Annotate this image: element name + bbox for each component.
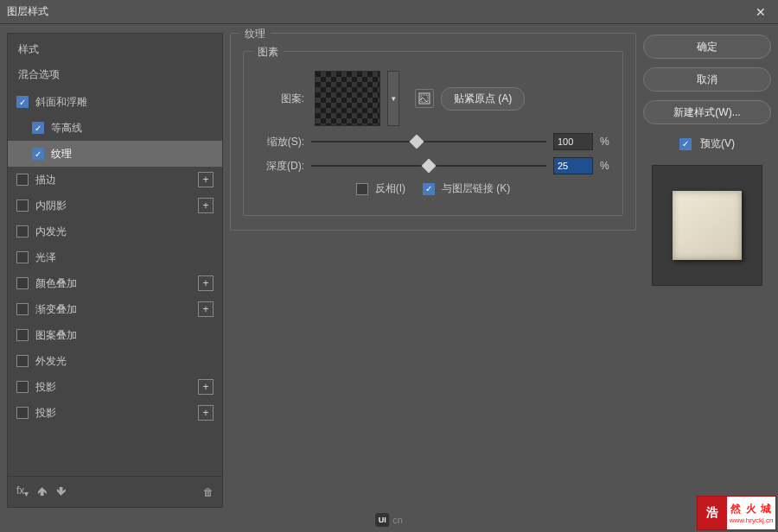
styles-footer: fx▾ 🡹 🡻 🗑 [8,476,222,507]
style-item-label: 等高线 [51,121,214,136]
fx-icon[interactable]: fx▾ [16,484,29,498]
style-item[interactable]: 描边+ [8,167,222,193]
preview-box [652,165,762,286]
style-checkbox[interactable] [16,303,29,315]
style-item-label: 颜色叠加 [35,276,198,291]
snap-origin-icon[interactable] [415,89,434,108]
pattern-thumbnail[interactable] [315,71,380,126]
add-effect-icon[interactable]: + [198,172,214,187]
styles-header: 样式 [8,34,222,62]
ok-button[interactable]: 确定 [643,35,771,59]
style-checkbox[interactable] [16,225,29,238]
add-effect-icon[interactable]: + [198,276,214,291]
scale-slider[interactable] [311,135,546,149]
style-item-label: 纹理 [51,147,214,162]
options-row: 反相(I) 与图层链接 (K) [254,181,612,196]
percent-unit: % [600,136,612,148]
style-item[interactable]: 纹理 [8,141,222,167]
style-item-label: 图案叠加 [35,328,214,343]
style-item[interactable]: 等高线 [8,115,222,141]
preview-checkbox[interactable] [679,138,692,150]
invert-checkbox[interactable] [356,183,368,195]
elements-title: 图素 [252,45,284,60]
pattern-dropdown-icon[interactable]: ▾ [387,71,399,126]
style-item-label: 内阴影 [35,199,198,213]
add-effect-icon[interactable]: + [198,379,214,395]
action-panel: 确定 取消 新建样式(W)... 预览(V) [643,33,771,508]
main-area: 样式 混合选项 斜面和浮雕等高线纹理描边+内阴影+内发光光泽颜色叠加+渐变叠加+… [0,24,778,508]
style-item[interactable]: 内阴影+ [8,193,222,218]
invert-label: 反相(I) [375,181,405,196]
style-checkbox[interactable] [16,251,29,263]
depth-value[interactable]: 25 [553,157,593,174]
style-item-label: 渐变叠加 [35,302,198,317]
add-effect-icon[interactable]: + [198,405,214,421]
style-checkbox[interactable] [16,277,29,289]
window-title: 图层样式 [7,4,750,19]
style-item[interactable]: 内发光 [8,218,222,244]
style-item-label: 内发光 [35,225,214,239]
depth-label: 深度(D): [254,159,304,174]
settings-panel: 纹理 图素 图案: ▾ 贴紧原点 (A) 缩放(S): [230,33,636,508]
title-bar: 图层样式 ✕ [0,0,778,24]
style-item[interactable]: 斜面和浮雕 [8,89,222,115]
styles-panel: 样式 混合选项 斜面和浮雕等高线纹理描边+内阴影+内发光光泽颜色叠加+渐变叠加+… [7,33,223,508]
pattern-row: 图案: ▾ 贴紧原点 (A) [254,71,612,126]
style-checkbox[interactable] [16,329,29,341]
arrow-up-icon[interactable]: 🡹 [37,486,48,498]
elements-group: 图素 图案: ▾ 贴紧原点 (A) 缩放(S): 100 % [243,51,623,216]
style-item[interactable]: 投影+ [8,400,222,426]
style-item[interactable]: 投影+ [8,374,222,400]
style-checkbox[interactable] [16,200,29,212]
style-item[interactable]: 渐变叠加+ [8,296,222,322]
trash-icon[interactable]: 🗑 [203,486,214,498]
style-item-label: 斜面和浮雕 [35,95,214,110]
style-item-label: 光泽 [35,250,214,265]
preview-row: 预览(V) [643,136,771,151]
percent-unit: % [600,160,612,172]
footer-logo: UI cn [375,513,403,527]
style-checkbox[interactable] [16,355,29,367]
style-list: 斜面和浮雕等高线纹理描边+内阴影+内发光光泽颜色叠加+渐变叠加+图案叠加外发光投… [8,89,222,476]
scale-value[interactable]: 100 [553,133,593,150]
arrow-down-icon[interactable]: 🡻 [56,486,67,498]
watermark: 浩 然 火 城 www.hryckj.cn [697,496,776,530]
style-item-label: 描边 [35,173,198,187]
style-item-label: 投影 [35,380,198,395]
new-style-button[interactable]: 新建样式(W)... [643,100,771,124]
style-item[interactable]: 光泽 [8,244,222,270]
style-item-label: 投影 [35,406,198,421]
texture-group: 纹理 图素 图案: ▾ 贴紧原点 (A) 缩放(S): [230,33,636,231]
pattern-label: 图案: [254,92,304,106]
style-item-label: 外发光 [35,354,214,369]
watermark-red: 浩 [698,497,727,529]
depth-slider[interactable] [311,159,546,173]
scale-row: 缩放(S): 100 % [254,133,612,150]
add-effect-icon[interactable]: + [198,301,214,317]
style-item[interactable]: 图案叠加 [8,322,222,348]
style-checkbox[interactable] [16,174,29,186]
style-checkbox[interactable] [16,381,29,393]
scale-label: 缩放(S): [254,135,304,149]
link-layer-label: 与图层链接 (K) [442,181,510,196]
close-icon[interactable]: ✕ [750,5,771,19]
cancel-button[interactable]: 取消 [643,67,771,92]
texture-group-title: 纹理 [239,27,271,41]
ui-badge-icon: UI [375,513,389,527]
watermark-white: 然 火 城 www.hryckj.cn [727,497,775,529]
preview-thumbnail [673,191,742,260]
style-checkbox[interactable] [16,96,29,108]
style-checkbox[interactable] [32,148,44,160]
depth-row: 深度(D): 25 % [254,157,612,174]
style-checkbox[interactable] [32,122,44,134]
add-effect-icon[interactable]: + [198,198,214,213]
link-layer-checkbox[interactable] [423,183,435,195]
style-checkbox[interactable] [16,407,29,419]
style-item[interactable]: 外发光 [8,348,222,374]
preview-label: 预览(V) [700,136,735,151]
style-item[interactable]: 颜色叠加+ [8,270,222,296]
blend-options-header[interactable]: 混合选项 [8,62,222,89]
snap-origin-button[interactable]: 贴紧原点 (A) [441,87,525,111]
